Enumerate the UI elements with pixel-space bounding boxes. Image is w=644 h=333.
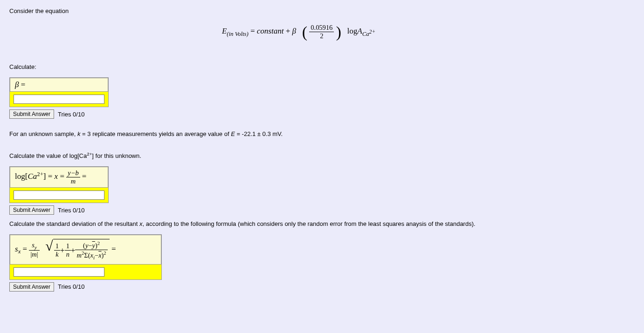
q3-intro: Calculate the standard deviation of the … — [9, 220, 635, 227]
answer-block-2: log[Ca2+] = x = y−b m = — [9, 166, 109, 203]
q3-bn-sup: 2 — [97, 240, 100, 246]
q3-bigfrac: (y−y)2 m2Σ(xi−x)2 — [75, 240, 107, 260]
q2-E: E — [231, 130, 235, 137]
eq-equals: = — [250, 27, 257, 35]
eq-constant: constant — [257, 27, 284, 35]
q2-calc-sup: 2+ — [87, 151, 92, 156]
q2-x: x — [55, 172, 58, 181]
q3-frac1-y: y — [35, 245, 37, 250]
formula-box-1: β = — [10, 78, 108, 92]
q3-sfrac2-num: 1 — [65, 242, 71, 251]
eq-log: log — [347, 27, 358, 35]
q3-sfrac2: 1 n — [65, 242, 71, 258]
submit-button-2[interactable]: Submit Answer — [9, 205, 54, 215]
q2-intro-b: = 3 replicate measurements yields an ave… — [80, 130, 231, 137]
eq-space — [298, 27, 300, 35]
q3-bigden: m2Σ(xi−x)2 — [75, 250, 107, 260]
q2-eq3: = — [82, 172, 87, 181]
q3-sqrt: √ 1 k + 1 n + (y−y)2 m2Σ(xi−x)2 — [45, 239, 109, 260]
q3-bd-m: m — [76, 251, 81, 259]
q2-frac-num: y−b — [66, 169, 80, 177]
q3-sfrac2-den: n — [65, 251, 71, 258]
q3-bd-sigma: Σ( — [84, 251, 90, 259]
eq-lparen: ( — [302, 23, 307, 41]
q2-frac: y−b m — [66, 169, 80, 185]
q3-sfrac1: 1 k — [54, 242, 60, 258]
sqrt-icon: √ — [45, 239, 53, 260]
q3-bd-sup: 2 — [104, 250, 106, 256]
eq-plus: + — [286, 27, 292, 35]
formula-box-3: sx = sy |m| √ 1 k + 1 n + (y−y)2 — [10, 235, 161, 265]
q3-sp1 — [42, 245, 43, 253]
eq-A: A — [357, 27, 362, 35]
formula-box-2: log[Ca2+] = x = y−b m = — [10, 167, 108, 188]
q3-bd-minus: − — [95, 251, 98, 259]
tries-3: Tries 0/10 — [58, 283, 84, 290]
q2-frac-den: m — [66, 177, 80, 185]
q2-ca: Ca — [28, 172, 37, 181]
q2-intro-c: = -22.1 ± 0.3 mV. — [235, 130, 283, 137]
q3-bignum: (y−y)2 — [75, 240, 107, 250]
calculate-label: Calculate: — [9, 63, 635, 70]
submit-row-3: Submit Answer Tries 0/10 — [9, 282, 635, 292]
answer-input-1[interactable] — [14, 95, 104, 104]
q2-log: log — [15, 172, 25, 181]
q3-frac1-rpipe: | — [37, 251, 38, 258]
eq-space2 — [343, 27, 345, 35]
q3-frac1-num: sy — [29, 241, 39, 251]
answer-input-2[interactable] — [14, 190, 104, 200]
tries-1: Tries 0/10 — [58, 111, 84, 118]
q2-intro-a: For an unknown sample, — [9, 130, 77, 137]
q2-calc-label: Calculate the value of log[Ca2+] for thi… — [9, 151, 635, 159]
q2-calc-a: Calculate the value of log[Ca — [9, 152, 87, 159]
eq-frac-den: 2 — [309, 32, 334, 40]
submit-button-3[interactable]: Submit Answer — [9, 282, 54, 292]
q3-frac1-m: m — [32, 251, 36, 258]
q3-sqrt-content: 1 k + 1 n + (y−y)2 m2Σ(xi−x)2 — [53, 239, 110, 260]
q1-eq: = — [19, 80, 25, 89]
q3-frac1-den: |m| — [29, 251, 39, 258]
eq-E: E — [222, 27, 227, 35]
q3-plus1: + — [60, 246, 65, 255]
input-row-1 — [10, 92, 108, 107]
q3-eq1: = — [21, 245, 29, 253]
tries-2: Tries 0/10 — [58, 207, 84, 214]
q3-frac1: sy |m| — [29, 241, 39, 258]
answer-input-3[interactable] — [14, 267, 104, 277]
eq-A-sub: Ca2+ — [362, 31, 375, 37]
q2-calc-b: ] for this unknown. — [92, 152, 141, 159]
input-row-2 — [10, 188, 108, 203]
q2-sup: 2+ — [37, 171, 43, 177]
main-equation: E(in Volts) = constant + β ( 0.05916 2 )… — [9, 24, 635, 40]
q3-sx-s: s — [15, 245, 18, 253]
answer-block-1: β = — [9, 77, 109, 107]
q2-intro: For an unknown sample, k = 3 replicate m… — [9, 130, 635, 137]
q3-eq2: = — [111, 245, 116, 253]
answer-block-3: sx = sy |m| √ 1 k + 1 n + (y−y)2 — [9, 234, 162, 280]
q2-eq2: = — [58, 172, 66, 181]
q3-sfrac1-den: k — [54, 251, 60, 258]
submit-row-2: Submit Answer Tries 0/10 — [9, 205, 635, 215]
submit-button-1[interactable]: Submit Answer — [9, 109, 54, 119]
eq-fraction: 0.05916 2 — [309, 24, 334, 40]
q3-sfrac1-num: 1 — [54, 242, 60, 251]
q2-eq1: = — [46, 172, 55, 181]
eq-A-sub-sup: 2+ — [369, 29, 375, 34]
intro-text: Consider the equation — [9, 7, 635, 14]
submit-row-1: Submit Answer Tries 0/10 — [9, 109, 635, 119]
eq-rparen: ) — [336, 23, 341, 41]
q3-intro-b: , according to the following formula (wh… — [142, 220, 475, 227]
eq-beta: β — [292, 27, 296, 35]
eq-E-sub: (in Volts) — [227, 31, 248, 37]
q3-plus2: + — [71, 246, 76, 255]
q3-intro-a: Calculate the standard deviation of the … — [9, 220, 139, 227]
eq-frac-num: 0.05916 — [309, 24, 334, 32]
eq-A-sub-ca: Ca — [362, 31, 369, 37]
input-row-3 — [10, 265, 161, 279]
